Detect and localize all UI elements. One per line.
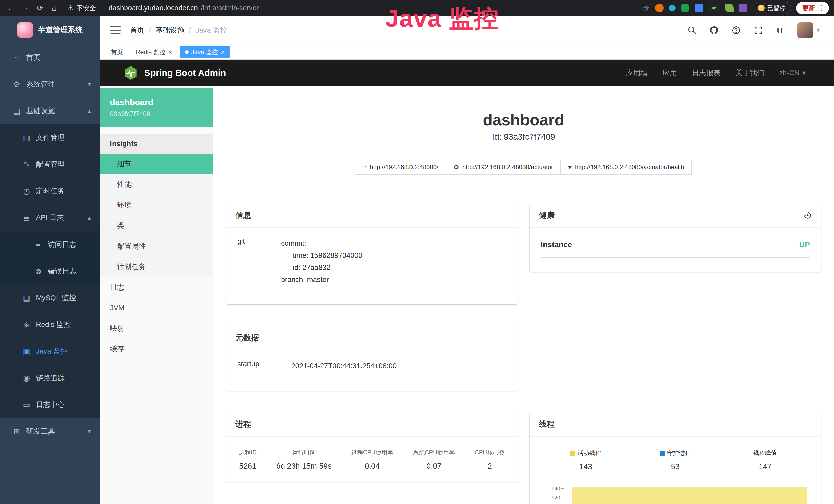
sba-locale-select[interactable]: zh-CN ▾ xyxy=(779,69,806,77)
header-actions: tT ▾ xyxy=(687,22,820,38)
url-domain: dashboard.yudao.iocoder.cn xyxy=(109,4,198,12)
threads-chart: 140 120 100 xyxy=(541,485,810,504)
legend-live-threads: 活动线程 143 xyxy=(541,449,631,471)
ext-icon-drop[interactable] xyxy=(669,5,676,11)
sidebar-item-redis-monitor[interactable]: ◈ Redis 监控 xyxy=(0,311,100,338)
breadcrumb-infrastructure[interactable]: 基础设施 xyxy=(156,25,184,35)
ext-icon-orange[interactable] xyxy=(655,4,664,12)
sidebar-item-api-log[interactable]: ≣ API 日志 ▴ xyxy=(0,204,100,231)
user-avatar[interactable]: ▾ xyxy=(797,22,820,38)
instance-url-link[interactable]: ⌂ http://192.168.0.2:48080/ xyxy=(355,160,446,175)
sidebar-item-infrastructure[interactable]: ▤ 基础设施 ▴ xyxy=(0,97,100,124)
legend-label: 活动线程 xyxy=(570,449,601,457)
bookmark-star-icon[interactable]: ☆ xyxy=(643,4,650,13)
sba-item-jvm[interactable]: JVM xyxy=(100,298,213,318)
browser-home-button[interactable]: ⌂ xyxy=(48,2,60,14)
sba-brand-title: Spring Boot Admin xyxy=(144,68,226,78)
sidebar-item-home[interactable]: ⌂ 首页 xyxy=(0,44,100,71)
legend-daemon-threads: 守护进程 53 xyxy=(631,449,720,471)
history-icon[interactable] xyxy=(803,211,812,220)
ext-icon-green[interactable] xyxy=(681,4,689,12)
status-badge: UP xyxy=(799,240,810,249)
avatar-caret-icon: ▾ xyxy=(817,27,820,33)
sba-instance-header[interactable]: dashboard 93a3fc7f7409 xyxy=(100,88,213,127)
sidebar-item-error-log[interactable]: ⊗ 错误日志 xyxy=(0,258,100,284)
back-button[interactable]: ← xyxy=(5,2,17,14)
github-icon[interactable] xyxy=(709,25,719,36)
metadata-card-title: 元数据 xyxy=(235,333,259,343)
search-icon[interactable] xyxy=(687,25,697,36)
sba-nav-journal[interactable]: 日志报表 xyxy=(692,68,721,78)
tab-java-monitor[interactable]: Java 监控 × xyxy=(180,46,229,58)
threads-card-title: 线程 xyxy=(539,419,555,430)
paused-badge[interactable]: 已暂停 xyxy=(752,2,791,14)
git-commit-id: id: 27aa832 xyxy=(281,261,363,273)
sba-brand[interactable]: Spring Boot Admin xyxy=(123,66,226,81)
sidebar-item-java-monitor[interactable]: ▣ Java 监控 xyxy=(0,338,100,365)
metric-process-cpu: 进程CPU使用率 0.04 xyxy=(351,449,393,471)
ext-icon-switch-on[interactable]: on xyxy=(708,4,720,12)
sba-item-metrics[interactable]: 性能 xyxy=(100,174,213,195)
sba-item-caches[interactable]: 缓存 xyxy=(100,339,213,359)
refresh-button[interactable]: ⟳ xyxy=(34,2,46,14)
breadcrumb-home[interactable]: 首页 xyxy=(130,25,144,35)
sba-item-config-props[interactable]: 配置属性 xyxy=(100,236,213,256)
tab-redis-monitor[interactable]: Redis 监控 × xyxy=(131,46,177,58)
sba-item-environment[interactable]: 环境 xyxy=(100,195,213,215)
app-sidebar: 芋道管理系统 ⌂ 首页 ⚙ 系统管理 ▾ ▤ 基础设施 ▴ ▥ 文件管理 ✎ 配… xyxy=(0,16,100,504)
info-card-body: git commit: time: 1596289704000 id: 27aa… xyxy=(226,228,518,304)
instance-subtitle: Id: 93a3fc7f7409 xyxy=(213,132,834,142)
sba-item-classes[interactable]: 类 xyxy=(100,215,213,236)
url-bar[interactable]: ⚠ 不安全 dashboard.yudao.iocoder.cn/infra/a… xyxy=(67,4,259,12)
sidebar-item-config-manage[interactable]: ✎ 配置管理 xyxy=(0,151,100,178)
ext-icon-grid[interactable] xyxy=(695,4,703,12)
redis-monitor-icon: ◈ xyxy=(21,320,32,329)
sba-nav-about[interactable]: 关于我们 xyxy=(736,68,764,78)
actuator-url-link[interactable]: ⚙ http://192.168.0.2:48080/actuator xyxy=(446,160,561,175)
sidebar-item-dev-tools[interactable]: ⊞ 研发工具 ▾ xyxy=(0,418,100,445)
sidebar-item-link-tracing[interactable]: ◉ 链路追踪 xyxy=(0,365,100,391)
access-log-icon: ≡ xyxy=(32,240,44,249)
sidebar-item-label: 首页 xyxy=(26,53,41,62)
hamburger-icon[interactable] xyxy=(110,26,121,35)
sba-nav: 应用墙 应用 日志报表 关于我们 zh-CN ▾ xyxy=(626,68,806,78)
metric-label: 进程ID xyxy=(239,449,257,457)
sba-main-content: dashboard Id: 93a3fc7f7409 ⌂ http://192.… xyxy=(213,86,834,504)
sidebar-item-access-log[interactable]: ≡ 访问日志 xyxy=(0,231,100,258)
tab-home[interactable]: 首页 xyxy=(106,46,128,58)
health-card-title: 健康 xyxy=(539,210,555,221)
sba-item-logs[interactable]: 日志 xyxy=(100,277,213,298)
browser-menu-dots-icon[interactable]: ⋮ xyxy=(818,4,825,12)
sba-item-scheduled-tasks[interactable]: 计划任务 xyxy=(100,256,213,277)
chevron-down-icon: ▾ xyxy=(88,428,91,435)
sba-item-mappings[interactable]: 映射 xyxy=(100,318,213,339)
actuator-url: http://192.168.0.2:48080/actuator xyxy=(462,164,553,171)
health-url-link[interactable]: ♥ http://192.168.0.2:48080/actuator/heal… xyxy=(561,160,692,175)
sba-nav-applications[interactable]: 应用 xyxy=(663,68,677,78)
sidebar-item-mysql-monitor[interactable]: ▦ MySQL 监控 xyxy=(0,284,100,311)
close-icon[interactable]: × xyxy=(168,49,172,55)
forward-button[interactable]: → xyxy=(20,2,31,14)
sba-nav-wallboard[interactable]: 应用墙 xyxy=(626,68,648,78)
ext-icon-puzzle[interactable] xyxy=(739,4,747,12)
font-size-icon[interactable]: tT xyxy=(775,25,786,36)
metric-uptime: 运行时间 6d 23h 15m 59s xyxy=(277,449,332,471)
smiley-emoji-icon xyxy=(758,5,765,11)
health-instance-row: Instance UP xyxy=(541,240,810,257)
sba-item-details[interactable]: 细节 xyxy=(100,154,213,174)
app-logo-row[interactable]: 芋道管理系统 xyxy=(0,16,100,44)
sba-navbar: Spring Boot Admin 应用墙 应用 日志报表 关于我们 zh-CN… xyxy=(100,60,834,86)
fullscreen-icon[interactable] xyxy=(753,25,763,36)
update-button[interactable]: 更新 ⋮ xyxy=(796,2,829,15)
sidebar-item-system-manage[interactable]: ⚙ 系统管理 ▾ xyxy=(0,71,100,97)
help-icon[interactable] xyxy=(731,25,741,36)
metric-pid: 进程ID 5261 xyxy=(239,449,257,471)
mysql-monitor-icon: ▦ xyxy=(21,294,32,302)
sidebar-item-scheduled-task[interactable]: ◷ 定时任务 xyxy=(0,178,100,204)
close-icon[interactable]: × xyxy=(221,49,225,55)
sidebar-item-log-center[interactable]: ▭ 日志中心 xyxy=(0,391,100,418)
metric-cpu-cores: CPU核心数 2 xyxy=(475,449,505,471)
sidebar-item-file-manage[interactable]: ▥ 文件管理 xyxy=(0,124,100,151)
sidebar-item-label: API 日志 xyxy=(36,213,64,223)
ext-icon-leaf[interactable] xyxy=(725,4,733,12)
